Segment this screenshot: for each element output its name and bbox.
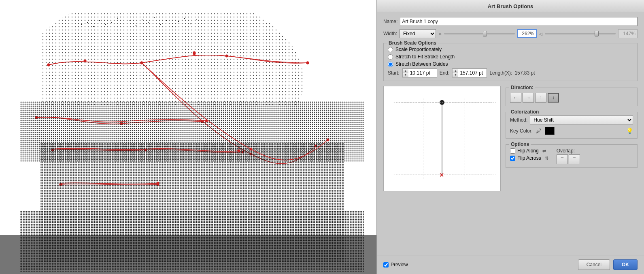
name-label: Name: — [383, 19, 397, 24]
stretch-fit-radio[interactable] — [388, 54, 393, 60]
name-input[interactable] — [400, 17, 638, 26]
width-arrow-right-icon: ◁ — [539, 32, 542, 36]
overlap-buttons: ⌒ ⌒ — [557, 154, 580, 164]
svg-point-56 — [250, 148, 253, 151]
art-brush-options-dialog: Art Brush Options Name: Width: Fixed Pre… — [376, 0, 644, 274]
width-percent2-input — [618, 29, 638, 38]
preview-checkbox[interactable] — [383, 262, 389, 268]
start-spinbox-down[interactable]: ▼ — [403, 73, 408, 77]
flip-along-checkbox[interactable] — [510, 148, 515, 154]
options-inner: Flip Along ⇌ Flip Across ⇅ Overlap: — [510, 148, 633, 164]
stretch-fit-row: Stretch to Fit Stroke Length — [388, 54, 633, 60]
flip-across-icon: ⇅ — [545, 156, 548, 161]
dialog-title: Art Brush Options — [377, 0, 644, 12]
method-select[interactable]: None Tints Tints and Shades Hue Shift — [530, 116, 633, 124]
eyedropper-icon[interactable]: 🖊 — [536, 128, 542, 134]
svg-point-50 — [193, 51, 196, 54]
key-color-row: Key Color: 🖊 💡 — [510, 127, 633, 135]
overlap-btn-1[interactable]: ⌒ — [557, 154, 568, 164]
svg-point-49 — [140, 62, 143, 64]
method-row: Method: None Tints Tints and Shades Hue … — [510, 116, 633, 124]
method-label: Method: — [510, 117, 527, 123]
name-row: Name: — [383, 17, 638, 26]
flip-across-row: Flip Across ⇅ — [510, 155, 548, 161]
stretch-guides-label[interactable]: Stretch Between Guides — [395, 61, 448, 67]
end-spinbox-arrows: ▲ ▼ — [452, 69, 458, 77]
flip-along-icon: ⇌ — [542, 148, 546, 154]
width-slider-thumb-left[interactable] — [483, 31, 487, 36]
start-spinbox[interactable]: ▲ ▼ — [402, 68, 437, 77]
direction-label: Direction: — [509, 85, 535, 90]
direction-up-button[interactable]: ↑ — [535, 93, 546, 103]
lower-section: ✕ Direction: ← → ↑ ↓ — [383, 86, 638, 250]
bottom-buttons: Cancel OK — [578, 259, 638, 270]
options-label: Options — [509, 141, 531, 147]
svg-point-48 — [47, 64, 50, 66]
flip-across-checkbox[interactable] — [510, 156, 515, 161]
svg-rect-43 — [40, 12, 304, 105]
key-color-swatch[interactable] — [545, 127, 555, 135]
end-spinbox-up[interactable]: ▲ — [453, 69, 458, 73]
length-value: 157.83 pt — [514, 70, 535, 76]
svg-point-55 — [157, 182, 159, 185]
direction-down-button[interactable]: ↓ — [548, 93, 559, 103]
direction-right-button[interactable]: → — [523, 93, 534, 103]
colorization-group: Colorization Method: None Tints Tints an… — [506, 112, 638, 139]
overlap-col: Overlap: ⌒ ⌒ — [557, 148, 580, 164]
brush-scale-label: Brush Scale Options — [387, 40, 438, 46]
width-slider-right[interactable] — [545, 33, 616, 34]
scale-proportionately-label[interactable]: Scale Proportionately — [395, 47, 442, 52]
width-select[interactable]: Fixed Pressure Velocity Random — [400, 29, 436, 38]
preview-label[interactable]: Preview — [391, 262, 408, 268]
flip-across-label[interactable]: Flip Across — [517, 155, 541, 161]
end-spinbox[interactable]: ▲ ▼ — [452, 68, 487, 77]
preview-row: Preview — [383, 262, 575, 268]
svg-point-54 — [238, 150, 240, 152]
width-row: Width: Fixed Pressure Velocity Random ⊳ … — [383, 29, 638, 38]
ok-button[interactable]: OK — [613, 259, 638, 270]
tips-icon[interactable]: 💡 — [626, 128, 633, 134]
key-color-label: Key Color: — [510, 128, 533, 134]
length-label: Length(X): — [489, 70, 512, 76]
options-panel: Direction: ← → ↑ ↓ Colorization Method: … — [501, 86, 638, 250]
canvas-area — [0, 0, 376, 274]
brush-scale-group: Brush Scale Options Scale Proportionatel… — [383, 43, 638, 81]
width-arrow-left-icon: ⊳ — [438, 32, 442, 36]
end-spinbox-down[interactable]: ▼ — [453, 73, 458, 77]
width-percent1-input[interactable] — [517, 29, 537, 38]
start-input[interactable] — [408, 69, 437, 77]
overlap-label: Overlap: — [557, 148, 580, 154]
svg-point-53 — [205, 120, 208, 122]
bottom-bar: Preview Cancel OK — [377, 255, 644, 274]
cancel-button[interactable]: Cancel — [578, 259, 610, 270]
scale-proportionately-radio[interactable] — [388, 47, 393, 52]
width-slider-left[interactable] — [444, 33, 515, 34]
end-label: End: — [440, 70, 450, 76]
colorization-label: Colorization — [509, 109, 540, 115]
flip-along-label[interactable]: Flip Along — [517, 148, 539, 154]
svg-point-51 — [306, 62, 309, 64]
direction-buttons: ← → ↑ ↓ — [510, 93, 633, 103]
stretch-guides-row: Stretch Between Guides — [388, 61, 633, 67]
stretch-fit-label[interactable]: Stretch to Fit Stroke Length — [395, 54, 455, 60]
start-spinbox-arrows: ▲ ▼ — [402, 69, 408, 77]
overlap-btn-2[interactable]: ⌒ — [569, 154, 580, 164]
scale-proportionately-row: Scale Proportionately — [388, 47, 633, 52]
svg-rect-47 — [0, 235, 376, 274]
checkboxes-col: Flip Along ⇌ Flip Across ⇅ — [510, 148, 548, 161]
flip-along-row: Flip Along ⇌ — [510, 148, 548, 154]
direction-left-button[interactable]: ← — [510, 93, 521, 103]
start-label: Start: — [388, 70, 400, 76]
direction-group: Direction: ← → ↑ ↓ — [506, 88, 638, 106]
end-input[interactable] — [458, 69, 487, 77]
brush-preview: ✕ — [383, 86, 501, 191]
width-slider-thumb-right[interactable] — [595, 31, 599, 36]
width-label: Width: — [383, 31, 397, 36]
options-group: Options Flip Along ⇌ Flip Across — [506, 144, 638, 168]
svg-point-52 — [327, 139, 329, 141]
stretch-guides-radio[interactable] — [388, 62, 393, 67]
start-spinbox-up[interactable]: ▲ — [403, 69, 408, 73]
start-end-row: Start: ▲ ▼ End: ▲ ▼ Length(X): — [388, 68, 633, 77]
svg-text:✕: ✕ — [439, 172, 444, 178]
